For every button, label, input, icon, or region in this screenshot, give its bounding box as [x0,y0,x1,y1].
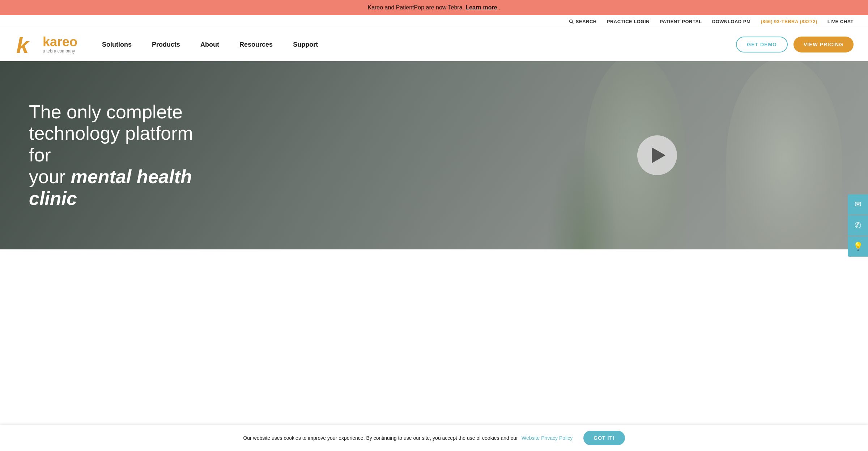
hero-people-area [347,61,868,249]
phone-number[interactable]: (866) 93-TEBRA (83272) [761,19,817,24]
hero-title: The only complete technology platform fo… [29,101,206,210]
search-label: SEARCH [576,19,597,24]
person-right-silhouette [726,61,842,249]
svg-text:k: k [16,33,30,57]
logo[interactable]: k kareo a tebra company [14,32,77,57]
practice-login-button[interactable]: PRACTICE LOGIN [607,19,650,24]
sidebar-float-panel: ✉ ✆ 💡 [848,194,868,249]
email-icon: ✉ [855,200,861,209]
get-demo-button[interactable]: GET DEMO [736,37,788,52]
phone-icon: ✆ [855,221,861,230]
logo-name: kareo [43,35,77,49]
download-pm-button[interactable]: DOWNLOAD PM [712,19,751,24]
hero-title-line2: technology platform for [29,123,193,165]
nav-support[interactable]: Support [283,37,328,52]
svg-point-0 [570,20,573,22]
logo-text-group: kareo a tebra company [43,35,77,54]
utility-bar: SEARCH PRACTICE LOGIN PATIENT PORTAL DOW… [0,15,868,28]
svg-line-1 [572,22,574,24]
hero-section: The only complete technology platform fo… [0,61,868,249]
announcement-period: . [499,4,500,10]
hero-title-line3: your mental health clinic [29,166,192,209]
logo-tagline: a tebra company [43,49,77,54]
nav-solutions[interactable]: Solutions [92,37,142,52]
live-chat-button[interactable]: LIVE CHAT [827,19,854,24]
announcement-banner: Kareo and PatientPop are now Tebra. Lear… [0,0,868,15]
hero-title-line1: The only complete [29,101,183,122]
announcement-link[interactable]: Learn more [465,4,497,10]
hero-content: The only complete technology platform fo… [0,80,235,231]
play-button[interactable] [637,135,677,175]
nav-products[interactable]: Products [142,37,190,52]
main-nav: k kareo a tebra company Solutions Produc… [0,28,868,61]
play-triangle-icon [652,147,665,163]
nav-about[interactable]: About [190,37,229,52]
search-icon [569,19,574,24]
plant-decoration [546,141,618,249]
announcement-text: Kareo and PatientPop are now Tebra. [367,4,465,10]
sidebar-lightbulb-button[interactable]: 💡 [848,236,868,249]
view-pricing-button[interactable]: VIEW PRICING [793,37,854,52]
lightbulb-icon: 💡 [853,242,863,249]
nav-links: Solutions Products About Resources Suppo… [92,37,736,52]
search-button[interactable]: SEARCH [569,19,597,24]
sidebar-email-button[interactable]: ✉ [848,194,868,215]
kareo-logo-icon: k [14,32,40,57]
nav-buttons: GET DEMO VIEW PRICING [736,37,854,52]
nav-resources[interactable]: Resources [229,37,283,52]
sidebar-phone-button[interactable]: ✆ [848,215,868,236]
patient-portal-button[interactable]: PATIENT PORTAL [660,19,702,24]
